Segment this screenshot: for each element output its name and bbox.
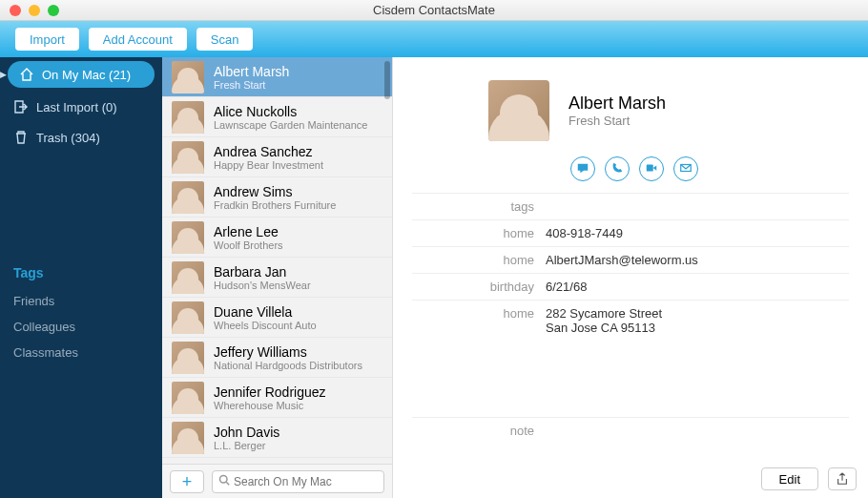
mail-button[interactable]: [673, 156, 698, 181]
contact-row[interactable]: John DavisL.L. Berger: [162, 418, 392, 458]
contact-row-name: John Davis: [214, 425, 279, 440]
zoom-window[interactable]: [48, 5, 59, 16]
contact-row[interactable]: Andrew SimsFradkin Brothers Furniture: [162, 177, 392, 218]
field-row: home282 Sycamore StreetSan Jose CA 95113: [412, 300, 849, 341]
mail-icon: [679, 161, 692, 177]
contact-row-name: Andrea Sanchez: [214, 144, 323, 159]
contact-row-sub: L.L. Berger: [214, 440, 279, 451]
contact-row-name: Arlene Lee: [214, 224, 283, 239]
contact-list-column: Albert MarshFresh StartAlice NuckollsLaw…: [162, 57, 393, 498]
avatar: [172, 342, 204, 374]
contact-row[interactable]: Albert MarshFresh Start: [162, 57, 392, 97]
field-value: [546, 199, 849, 214]
avatar: [172, 221, 204, 254]
contact-row[interactable]: Jennifer RodriguezWherehouse Music: [162, 378, 392, 418]
avatar: [172, 422, 204, 454]
field-value: 408-918-7449: [546, 226, 849, 240]
avatar: [172, 101, 204, 134]
field-label: home: [412, 306, 546, 335]
contact-row[interactable]: Andrea SanchezHappy Bear Investment: [162, 137, 392, 177]
add-contact-button[interactable]: +: [170, 470, 204, 493]
contact-detail: Albert Marsh Fresh Start tagshome408-918…: [393, 57, 868, 498]
avatar: [172, 181, 204, 214]
contact-row-name: Barbara Jan: [214, 264, 311, 280]
scrollbar[interactable]: [384, 61, 390, 99]
contact-company: Fresh Start: [568, 114, 666, 128]
contact-row-sub: Fresh Start: [214, 79, 289, 91]
field-label: birthday: [412, 280, 546, 294]
video-icon: [645, 161, 658, 177]
field-label: home: [412, 253, 546, 267]
trash-icon: [13, 130, 29, 145]
contact-row-sub: Lawnscape Garden Maintenance: [214, 119, 367, 131]
window-title: Cisdem ContactsMate: [0, 3, 868, 17]
field-label: tags: [412, 199, 546, 214]
contact-row[interactable]: Duane VillelaWheels Discount Auto: [162, 298, 392, 338]
svg-rect-2: [647, 164, 653, 171]
avatar: [172, 382, 204, 414]
import-icon: [13, 99, 29, 114]
avatar: [172, 261, 204, 294]
contact-row-sub: Woolf Brothers: [214, 239, 283, 251]
contact-row-sub: National Hardgoods Distributors: [214, 360, 362, 371]
contact-row[interactable]: Alice NuckollsLawnscape Garden Maintenan…: [162, 97, 392, 137]
avatar: [172, 141, 204, 174]
contact-avatar: [488, 80, 549, 141]
close-window[interactable]: [10, 5, 21, 16]
field-value: 6/21/68: [546, 280, 849, 294]
titlebar: Cisdem ContactsMate: [0, 0, 868, 21]
sidebar-item-last-import-[interactable]: Last Import (0): [0, 92, 162, 122]
search-input[interactable]: [234, 475, 378, 488]
sidebar-item-label: Last Import (0): [36, 100, 117, 114]
contact-row-name: Albert Marsh: [214, 64, 289, 79]
contact-row-sub: Wheels Discount Auto: [214, 320, 317, 331]
tags-heading: Tags: [0, 258, 162, 288]
contact-row[interactable]: Jeffery WilliamsNational Hardgoods Distr…: [162, 338, 392, 378]
svg-point-0: [220, 476, 228, 484]
contact-row-name: Duane Villela: [214, 304, 317, 320]
sidebar: On My Mac (21)Last Import (0)Trash (304)…: [0, 57, 162, 498]
search-icon: [218, 474, 230, 488]
share-button[interactable]: [828, 467, 857, 490]
field-label: note: [412, 424, 546, 438]
field-row: note: [412, 417, 849, 444]
contact-name: Albert Marsh: [568, 93, 666, 114]
field-value: AlbertJMarsh@teleworm.us: [546, 253, 849, 267]
contact-row[interactable]: Barbara JanHudson's MensWear: [162, 258, 392, 298]
message-button[interactable]: [570, 156, 595, 181]
phone-button[interactable]: [605, 156, 630, 181]
message-icon: [576, 161, 589, 177]
scan-button[interactable]: Scan: [196, 28, 254, 51]
tag-item-friends[interactable]: Friends: [0, 288, 162, 314]
edit-button[interactable]: Edit: [761, 467, 818, 490]
contact-row-sub: Fradkin Brothers Furniture: [214, 199, 336, 211]
contact-row-name: Jeffery Williams: [214, 344, 362, 360]
contact-list[interactable]: Albert MarshFresh StartAlice NuckollsLaw…: [162, 57, 392, 464]
contact-row-name: Andrew Sims: [214, 184, 336, 199]
avatar: [172, 61, 204, 93]
sidebar-item-on-my-mac-[interactable]: On My Mac (21): [8, 61, 155, 88]
avatar: [172, 301, 204, 334]
tag-item-classmates[interactable]: Classmates: [0, 340, 162, 365]
import-button[interactable]: Import: [15, 28, 79, 51]
toolbar: Import Add Account Scan: [0, 21, 868, 57]
search-field[interactable]: [212, 470, 384, 493]
tag-item-colleagues[interactable]: Colleagues: [0, 314, 162, 340]
minimize-window[interactable]: [29, 5, 40, 16]
field-row: tags: [412, 193, 849, 219]
video-button[interactable]: [639, 156, 664, 181]
contact-row-sub: Hudson's MensWear: [214, 280, 311, 291]
share-icon: [836, 472, 849, 486]
field-value: [546, 424, 849, 438]
contact-row[interactable]: Arlene LeeWoolf Brothers: [162, 218, 392, 258]
contact-row-name: Jennifer Rodriguez: [214, 384, 326, 400]
contact-row-sub: Wherehouse Music: [214, 400, 326, 411]
add-account-button[interactable]: Add Account: [89, 28, 187, 51]
field-row: home408-918-7449: [412, 219, 849, 246]
contact-row-name: Alice Nuckolls: [214, 104, 367, 119]
svg-line-1: [226, 482, 229, 485]
field-row: homeAlbertJMarsh@teleworm.us: [412, 246, 849, 273]
contact-row-sub: Happy Bear Investment: [214, 159, 323, 171]
field-row: birthday6/21/68: [412, 273, 849, 300]
sidebar-item-trash-[interactable]: Trash (304): [0, 122, 162, 153]
